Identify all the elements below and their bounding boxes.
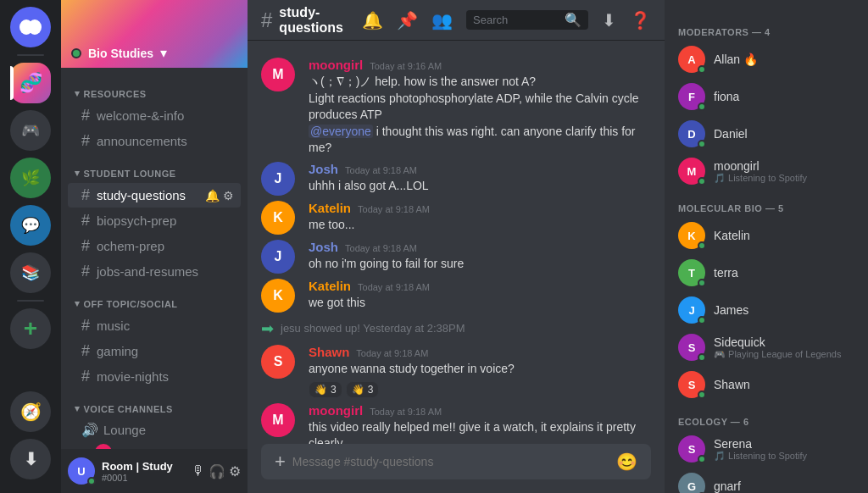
member-info: Sidequick 🎮 Playing League of Legends <box>714 335 841 360</box>
message-content: moongirl Today at 9:16 AM ヽ(；∇；)ノ help. … <box>309 58 651 157</box>
avatar: J <box>261 240 295 274</box>
message-timestamp: Today at 9:18 AM <box>345 243 417 253</box>
header-actions: 🔔 📌 👥 🔍 ⬇ ❓ <box>362 10 651 30</box>
member-item-katelin[interactable]: K Katelin <box>671 217 861 254</box>
download-icon[interactable]: ⬇ <box>10 439 51 479</box>
category-student-lounge[interactable]: ▾ STUDENT LOUNGE <box>61 154 248 182</box>
bell-icon[interactable]: 🔔 <box>362 10 383 30</box>
channel-announcements[interactable]: # announcements <box>68 129 241 153</box>
member-info: Serena 🎵 Listening to Spotify <box>714 437 807 462</box>
avatar: K <box>261 279 295 313</box>
member-avatar-container: G <box>678 473 705 493</box>
member-category-molecular: MOLECULAR BIO — 5 <box>671 190 861 217</box>
settings-icon[interactable]: ⚙ <box>229 463 241 479</box>
member-item-fiona[interactable]: F fiona <box>671 78 861 115</box>
pin-icon[interactable]: 📌 <box>397 10 418 30</box>
member-item-daniel[interactable]: D Daniel <box>671 115 861 152</box>
status-dot <box>698 140 706 148</box>
server-item-3[interactable]: 🌿 <box>10 158 51 198</box>
server-item-4[interactable]: 💬 <box>10 205 51 246</box>
reaction-wave-1[interactable]: 👋 3 <box>309 381 342 398</box>
server-item-2[interactable]: 🎮 <box>10 110 51 151</box>
voice-user-moongirl[interactable]: M moongirl <box>68 442 241 449</box>
voice-lounge[interactable]: 🔊 Lounge <box>68 418 241 441</box>
add-server-icon[interactable]: + <box>10 308 51 349</box>
message-content: Katelin Today at 9:18 AM me too... <box>309 201 651 235</box>
channel-welcome[interactable]: # welcome-&-info <box>68 103 241 128</box>
chat-header: # study-questions 🔔 📌 👥 🔍 ⬇ ❓ <box>248 0 665 41</box>
active-indicator <box>10 66 14 100</box>
channel-jobs[interactable]: # jobs-and-resumes <box>68 259 241 284</box>
member-item-moongirl[interactable]: M moongirl 🎵 Listening to Spotify <box>671 152 861 190</box>
plus-icon[interactable]: + <box>275 451 286 473</box>
bio-server-icon[interactable]: 🧬 <box>10 63 51 103</box>
server-icon-2[interactable]: 🎮 <box>10 110 51 151</box>
channel-music[interactable]: # music <box>68 313 241 338</box>
category-resources[interactable]: ▾ RESOURCES <box>61 75 248 102</box>
hash-icon: # <box>81 317 90 335</box>
emoji-icon[interactable]: 😊 <box>616 451 637 472</box>
message-timestamp: Today at 9:18 AM <box>345 165 417 175</box>
message-author: Katelin <box>309 279 351 293</box>
message-header: moongirl Today at 9:16 AM <box>309 58 651 72</box>
message-content: Josh Today at 9:18 AM oh no i'm going to… <box>309 240 651 274</box>
category-voice[interactable]: ▾ VOICE CHANNELS <box>61 390 248 418</box>
message-text: we got this <box>309 295 651 312</box>
status-dot <box>698 391 706 399</box>
status-dot <box>698 353 706 362</box>
server-item-home[interactable] <box>10 7 51 47</box>
channel-ochem[interactable]: # ochem-prep <box>68 234 241 258</box>
member-avatar-container: S <box>678 371 705 398</box>
server-item-5[interactable]: 📚 <box>10 252 51 293</box>
category-offtopic[interactable]: ▾ OFF TOPIC/SOCIAL <box>61 285 248 313</box>
status-dot <box>698 241 706 250</box>
server-item-bio[interactable]: 🧬 <box>10 63 51 103</box>
member-name: Shawn <box>714 378 750 391</box>
channel-movies[interactable]: # movie-nights <box>68 364 241 389</box>
members-icon[interactable]: 👥 <box>431 10 453 30</box>
server-icon-5[interactable]: 📚 <box>10 252 51 293</box>
download-icon[interactable]: ⬇ <box>602 10 616 30</box>
settings-icon[interactable]: ⚙ <box>223 189 234 202</box>
member-avatar-container: M <box>678 158 705 185</box>
server-icon-3[interactable]: 🌿 <box>10 158 51 198</box>
user-panel: U Room | Study #0001 🎙 🎧 ⚙ <box>61 449 248 493</box>
discover-icon[interactable]: 🧭 <box>10 391 51 432</box>
message-input[interactable] <box>292 455 609 468</box>
search-box[interactable]: 🔍 <box>466 10 588 30</box>
server-icon-4[interactable]: 💬 <box>10 205 51 246</box>
help-icon[interactable]: ❓ <box>630 10 651 30</box>
member-item-james[interactable]: J James <box>671 291 861 329</box>
hash-icon: # <box>81 212 90 230</box>
member-item-sidequick[interactable]: S Sidequick 🎮 Playing League of Legends <box>671 329 861 366</box>
member-item-terra[interactable]: T terra <box>671 254 861 291</box>
message-row: M moongirl Today at 9:16 AM ヽ(；∇；)ノ help… <box>248 56 665 158</box>
message-row: J Josh Today at 9:18 AM oh no i'm going … <box>248 238 665 275</box>
member-item-shawn[interactable]: S Shawn <box>671 366 861 403</box>
member-category-ecology: ECOLOGY — 6 <box>671 403 861 430</box>
chevron-down-icon[interactable]: ▾ <box>160 45 167 61</box>
hash-icon: # <box>81 263 90 280</box>
search-input[interactable] <box>473 14 561 26</box>
member-name: terra <box>714 266 738 280</box>
channel-study-questions[interactable]: # study-questions 🔔 ⚙ <box>68 183 241 208</box>
member-name: Katelin <box>714 229 750 242</box>
member-item-serena[interactable]: S Serena 🎵 Listening to Spotify <box>671 430 861 468</box>
server-name-label: Bio Studies <box>88 47 153 60</box>
headset-icon[interactable]: 🎧 <box>209 463 225 479</box>
member-avatar-container: T <box>678 259 705 286</box>
mic-icon[interactable]: 🎙 <box>192 463 205 479</box>
member-item-gnarf[interactable]: G gnarf <box>671 468 861 493</box>
notification-icon[interactable]: 🔔 <box>205 189 220 202</box>
channel-biopsych[interactable]: # biopsych-prep <box>68 208 241 233</box>
channel-gaming[interactable]: # gaming <box>68 339 241 363</box>
home-server-icon[interactable] <box>10 7 51 47</box>
member-item-allan[interactable]: A Allan 🔥 <box>671 41 861 78</box>
reaction-wave-2[interactable]: 👋 3 <box>346 381 380 398</box>
channel-sidebar: Bio Studies ▾ ▾ RESOURCES # welcome-&-in… <box>61 0 248 493</box>
message-text: this video really helped me!! give it a … <box>309 419 651 444</box>
status-dot <box>698 279 706 287</box>
add-server-button[interactable]: + <box>10 308 51 349</box>
message-row: K Katelin Today at 9:18 AM me too... <box>248 199 665 236</box>
member-avatar-container: A <box>678 46 705 73</box>
